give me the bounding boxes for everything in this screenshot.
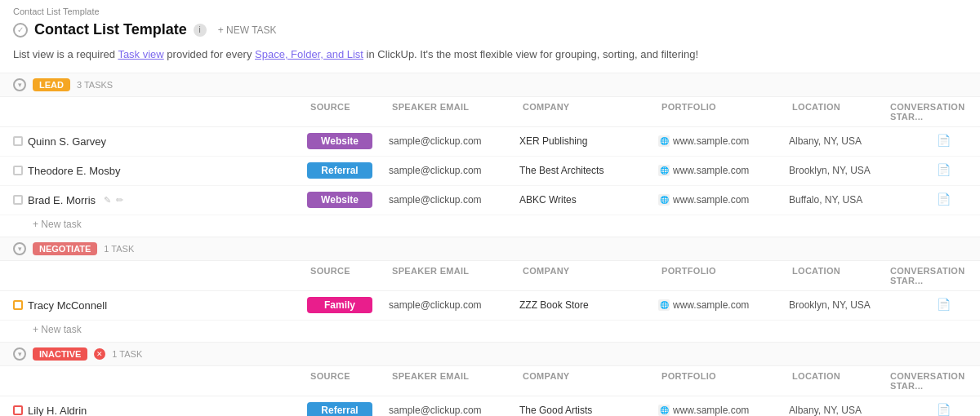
conversation-cell[interactable]: 📄 — [887, 134, 980, 148]
col-header-3: PORTFOLIO — [658, 100, 789, 123]
table-row: Lily H. AldrinReferralsample@clickup.com… — [0, 396, 980, 417]
col-header-3: PORTFOLIO — [658, 264, 789, 287]
task-view-link[interactable]: Task view — [118, 48, 163, 60]
task-name-cell: Quinn S. Garvey — [13, 135, 307, 148]
company-cell: ABKC Writes — [519, 194, 658, 206]
conversation-cell[interactable]: 📄 — [887, 403, 980, 416]
inactive-x-icon: ✕ — [94, 348, 105, 360]
source-badge: Family — [307, 297, 372, 313]
new-task-button-lead[interactable]: + New task — [0, 215, 980, 237]
new-task-header-button[interactable]: + NEW TASK — [213, 23, 282, 38]
description-text: List view is a required Task view provid… — [0, 43, 980, 73]
portfolio-icon: 🌐 — [658, 135, 670, 147]
location-cell: Buffalo, NY, USA — [789, 194, 887, 206]
email-cell: sample@clickup.com — [389, 165, 519, 176]
col-header-2: COMPANY — [519, 100, 658, 123]
info-icon[interactable]: i — [194, 24, 207, 37]
company-cell: The Good Artists — [519, 405, 658, 416]
col-header-4: LOCATION — [789, 370, 887, 392]
company-cell: The Best Architects — [519, 165, 658, 176]
source-cell[interactable]: Family — [307, 297, 389, 313]
conversation-cell[interactable]: 📄 — [887, 193, 980, 207]
location-cell: Brooklyn, NY, USA — [789, 165, 887, 176]
conversation-cell[interactable]: 📄 — [887, 163, 980, 178]
section-header-inactive: ▾INACTIVE✕1 TASK — [0, 343, 980, 366]
collapse-icon-inactive[interactable]: ▾ — [13, 347, 26, 361]
pencil-icon[interactable]: ✏ — [116, 195, 123, 206]
breadcrumb: Contact List Template — [0, 0, 980, 18]
col-header-5: CONVERSATION STAR... — [887, 370, 980, 392]
collapse-icon-lead[interactable]: ▾ — [13, 78, 26, 91]
task-count-inactive: 1 TASK — [112, 349, 142, 359]
task-name-cell: Theodore E. Mosby — [13, 165, 307, 177]
conversation-icon: 📄 — [937, 298, 951, 312]
company-cell: ZZZ Book Store — [519, 299, 658, 311]
col-header-4: LOCATION — [789, 264, 887, 287]
task-name-cell: Brad E. Morris✎✏ — [13, 194, 307, 206]
new-task-button-negotiate[interactable]: + New task — [0, 321, 980, 342]
section-header-negotiate: ▾NEGOTIATE1 TASK — [0, 237, 980, 261]
task-checkbox[interactable] — [13, 136, 23, 146]
collapse-icon-negotiate[interactable]: ▾ — [13, 242, 26, 255]
task-count-negotiate: 1 TASK — [104, 244, 134, 254]
page-header: ✓ Contact List Template i + NEW TASK — [0, 18, 980, 43]
source-cell[interactable]: Referral — [307, 402, 389, 416]
col-headers-negotiate: SOURCESPEAKER EMAILCOMPANYPORTFOLIOLOCAT… — [0, 261, 980, 291]
col-header-1: SPEAKER EMAIL — [389, 100, 519, 123]
table-row: Theodore E. MosbyReferralsample@clickup.… — [0, 157, 980, 186]
task-name: Tracy McConnell — [28, 299, 107, 312]
page-title: Contact List Template — [34, 21, 187, 38]
conversation-cell[interactable]: 📄 — [887, 298, 980, 312]
section-negotiate: ▾NEGOTIATE1 TASKSOURCESPEAKER EMAILCOMPA… — [0, 237, 980, 342]
portfolio-url: www.sample.com — [673, 194, 749, 206]
col-header-name — [13, 264, 307, 287]
portfolio-icon: 🌐 — [658, 194, 670, 206]
portfolio-cell: 🌐www.sample.com — [658, 405, 789, 416]
source-cell[interactable]: Referral — [307, 162, 389, 179]
task-name: Lily H. Aldrin — [28, 405, 87, 417]
col-header-1: SPEAKER EMAIL — [389, 264, 519, 287]
company-cell: XER Publishing — [519, 135, 658, 147]
col-header-5: CONVERSATION STAR... — [887, 100, 980, 123]
portfolio-icon: 🌐 — [658, 165, 670, 176]
task-name: Brad E. Morris — [28, 194, 96, 206]
source-badge: Referral — [307, 402, 372, 416]
portfolio-url: www.sample.com — [673, 299, 749, 311]
col-header-0: SOURCE — [307, 100, 389, 123]
conversation-icon: 📄 — [937, 163, 951, 178]
section-lead: ▾LEAD3 TASKSSOURCESPEAKER EMAILCOMPANYPO… — [0, 73, 980, 237]
source-badge: Website — [307, 192, 372, 208]
section-badge-negotiate: NEGOTIATE — [33, 242, 97, 255]
col-headers-lead: SOURCESPEAKER EMAILCOMPANYPORTFOLIOLOCAT… — [0, 97, 980, 127]
col-header-name — [13, 370, 307, 392]
location-cell: Albany, NY, USA — [789, 405, 887, 416]
portfolio-url: www.sample.com — [673, 165, 749, 176]
source-badge: Referral — [307, 162, 372, 179]
portfolio-cell: 🌐www.sample.com — [658, 165, 789, 176]
portfolio-icon: 🌐 — [658, 405, 670, 416]
source-badge: Website — [307, 133, 372, 149]
edit-icon[interactable]: ✎ — [104, 195, 111, 206]
space-folder-list-link[interactable]: Space, Folder, and List — [255, 48, 363, 60]
portfolio-url: www.sample.com — [673, 135, 749, 147]
email-cell: sample@clickup.com — [389, 405, 519, 416]
source-cell[interactable]: Website — [307, 192, 389, 208]
portfolio-cell: 🌐www.sample.com — [658, 135, 789, 147]
task-checkbox[interactable] — [13, 166, 23, 175]
conversation-icon: 📄 — [937, 193, 951, 207]
col-header-3: PORTFOLIO — [658, 370, 789, 392]
task-checkbox[interactable] — [13, 300, 23, 310]
email-cell: sample@clickup.com — [389, 135, 519, 147]
col-header-1: SPEAKER EMAIL — [389, 370, 519, 392]
task-checkbox[interactable] — [13, 195, 23, 205]
location-cell: Brooklyn, NY, USA — [789, 299, 887, 311]
source-cell[interactable]: Website — [307, 133, 389, 149]
task-checkbox[interactable] — [13, 405, 23, 415]
col-header-0: SOURCE — [307, 370, 389, 392]
col-header-name — [13, 100, 307, 123]
table-row: Tracy McConnellFamilysample@clickup.comZ… — [0, 291, 980, 321]
col-headers-inactive: SOURCESPEAKER EMAILCOMPANYPORTFOLIOLOCAT… — [0, 366, 980, 396]
conversation-icon: 📄 — [937, 134, 951, 148]
section-badge-inactive: INACTIVE — [33, 347, 87, 361]
col-header-4: LOCATION — [789, 100, 887, 123]
